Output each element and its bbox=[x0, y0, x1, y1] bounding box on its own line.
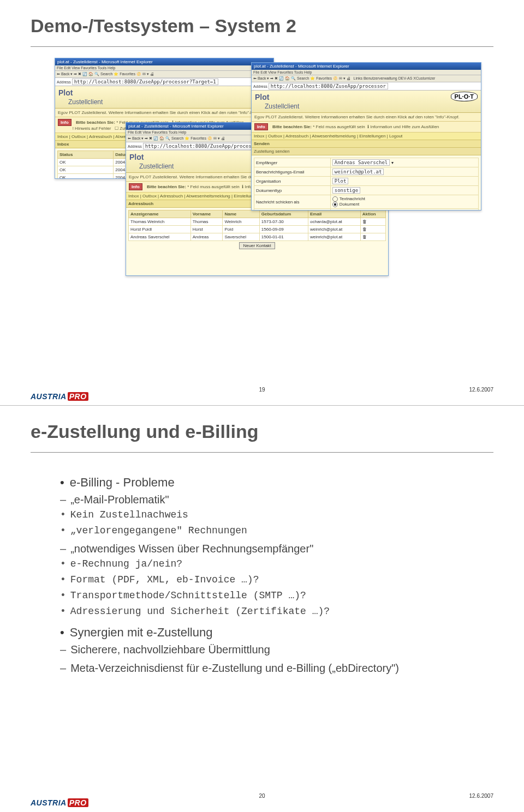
slide2-title: e-Zustellung und e-Billing bbox=[0, 406, 524, 442]
info-button[interactable]: Info bbox=[254, 123, 268, 130]
app-brand: Plot bbox=[58, 88, 73, 97]
radio-text[interactable] bbox=[332, 196, 338, 202]
bullet-l3: Kein Zustellnachweis bbox=[60, 508, 480, 522]
plot-logo: PL·O·T bbox=[451, 92, 478, 101]
email-field[interactable]: weinrich@plot.at bbox=[332, 169, 384, 175]
bullet-l1: e-Billing - Probleme „e-Mail-Problematik… bbox=[60, 473, 480, 619]
slide1-title: Demo-/Testsystem – System 2 bbox=[0, 0, 524, 37]
app-header: Plot Zustellclient bbox=[55, 86, 273, 109]
senden-tab[interactable]: Senden bbox=[252, 140, 481, 148]
nav-links[interactable]: Inbox | Outbox | Adressbuch | Abwesenhei… bbox=[252, 133, 481, 140]
new-contact-button[interactable]: Neuer Kontakt bbox=[239, 242, 275, 249]
bullet-l3: Transportmethode/Schnittstelle (SMTP …)? bbox=[60, 588, 480, 603]
table-row: Thomas WeinrichThomasWeinrich1573-07-30o… bbox=[129, 218, 386, 226]
slide-date: 12.6.2007 bbox=[469, 793, 494, 799]
info-button[interactable]: Info bbox=[129, 183, 142, 190]
bullet-l2: „e-Mail-Problematik" Kein Zustellnachwei… bbox=[60, 491, 480, 538]
delete-icon[interactable]: 🗑 bbox=[360, 226, 385, 233]
bullet-l2: Meta-Verzeichnisdienst für e-Zustellung … bbox=[60, 660, 480, 676]
address-bar: Address http://localhost:8080/ZuseApp/pr… bbox=[55, 78, 273, 86]
slide1-rule bbox=[31, 46, 493, 47]
delete-icon[interactable]: 🗑 bbox=[360, 218, 385, 226]
info-button[interactable]: Info bbox=[58, 119, 72, 126]
bullet-l3: e-Rechnung ja/nein? bbox=[60, 557, 480, 572]
bitte-label: Bitte beachten Sie: bbox=[76, 120, 115, 125]
app-brand: Plot bbox=[255, 93, 269, 101]
table-row: Andreas SaverschelAndreasSaverschel1500-… bbox=[129, 233, 386, 241]
page-number: 19 bbox=[259, 387, 265, 393]
app-sub: Zustellclient bbox=[265, 103, 299, 110]
radio-dokument[interactable] bbox=[332, 202, 338, 207]
bullet-l2: Sicherere, nachvollziehbare Übermittlung bbox=[60, 641, 480, 658]
addrbook-pane: Anzeigename Vorname Name Geburtsdatum Em… bbox=[126, 208, 388, 252]
hints-row: Info Bitte beachten Sie: * Feld muss aus… bbox=[252, 122, 481, 133]
bullet-l3: Adressierung und Sicherheit (Zertifikate… bbox=[60, 604, 480, 619]
austriapro-logo: AUSTRIAPRO bbox=[31, 798, 88, 807]
bullet-l3: „verlorengegangene" Rechnungen bbox=[60, 524, 480, 538]
page-number: 20 bbox=[259, 793, 265, 799]
slide-date: 12.6.2007 bbox=[469, 387, 494, 393]
address-bar: Address http://localhost:8080/ZuseApp/pr… bbox=[252, 82, 481, 91]
slide-2: e-Zustellung und e-Billing e-Billing - P… bbox=[0, 406, 524, 811]
austriapro-logo: AUSTRIAPRO bbox=[31, 392, 88, 401]
win-senden: plot.at - Zustelldienst - Microsoft Inte… bbox=[251, 62, 481, 210]
ie-menu: File Edit View Favorites Tools Help bbox=[55, 65, 273, 71]
titlebar: plot.at - Zustelldienst - Microsoft Inte… bbox=[252, 63, 481, 70]
senden-form: EmpfängerAndreas Saverschel ▾ Benachrich… bbox=[252, 155, 481, 210]
org-field[interactable]: Plot bbox=[332, 178, 349, 184]
banner: Egov PLOT Zustelldienst. Weitere Informa… bbox=[252, 113, 481, 122]
table-row: Horst PoidlHorstPoid1560-09-09weinrich@p… bbox=[129, 226, 386, 233]
senden-section: Zustellung senden bbox=[252, 148, 481, 155]
form-table: EmpfängerAndreas Saverschel ▾ Benachrich… bbox=[254, 158, 479, 210]
slide2-footer: AUSTRIAPRO 20 12.6.2007 bbox=[0, 793, 524, 807]
delete-icon[interactable]: 🗑 bbox=[360, 233, 385, 241]
screenshot-collage: plot.at - Zustelldienst - Microsoft Inte… bbox=[55, 58, 475, 292]
addrbook-table: Anzeigename Vorname Name Geburtsdatum Em… bbox=[128, 210, 386, 241]
app-sub: Zustellclient bbox=[139, 163, 174, 170]
ie-toolbar: ⬅ Back ▾ ➡ ✖ 🔄 🏠 🔍 Search ⭐ Favorites 📀 … bbox=[55, 71, 273, 78]
slide-1: Demo-/Testsystem – System 2 plot.at - Zu… bbox=[0, 0, 524, 406]
titlebar: plot.at - Zustelldienst - Microsoft Inte… bbox=[55, 58, 273, 65]
bullet-l3: Format (PDF, XML, eb-Invoice …)? bbox=[60, 573, 480, 587]
toolbar-links[interactable]: Links Benutzerverwaltung DEV-AS XCustomi… bbox=[354, 76, 436, 80]
bullet-l2: „notwendiges Wissen über Rechnungsempfän… bbox=[60, 540, 480, 619]
banner: Egov PLOT Zustelldienst. Weitere Informa… bbox=[55, 109, 273, 117]
slide1-footer: AUSTRIAPRO 19 12.6.2007 bbox=[0, 387, 524, 401]
doktyp-field[interactable]: sonstige bbox=[332, 187, 360, 194]
ie-menu: File Edit View Favorites Tools Help bbox=[252, 70, 481, 75]
ie-toolbar: ⬅ Back ▾ ➡ ✖ 🔄 🏠 🔍 Search ⭐ Favorites 📀 … bbox=[252, 75, 481, 82]
slide2-body: e-Billing - Probleme „e-Mail-Problematik… bbox=[0, 453, 524, 676]
app-sub: Zustellclient bbox=[68, 98, 103, 106]
app-header: PL·O·T Plot Zustellclient bbox=[252, 91, 481, 113]
app-brand: Plot bbox=[129, 153, 144, 161]
bullet-l1: Synergien mit e-Zustellung Sicherere, na… bbox=[60, 623, 480, 676]
empfaenger-select[interactable]: Andreas Saverschel bbox=[332, 159, 390, 166]
